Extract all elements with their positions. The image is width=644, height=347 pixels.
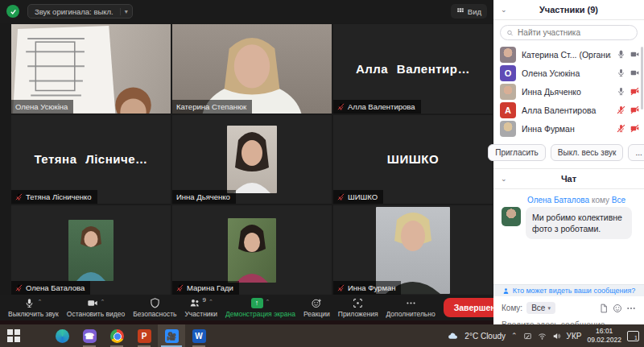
participants-title: Участники (9) (493, 5, 644, 14)
apps-button[interactable]: Приложения (338, 298, 378, 318)
mic-icon[interactable] (617, 87, 625, 96)
clock[interactable]: 16:01 09.02.2022 (587, 327, 621, 344)
more-button[interactable]: Дополнительно (386, 298, 436, 318)
security-button[interactable]: Безопасность (133, 298, 176, 318)
smiley-icon (311, 298, 322, 308)
speaker-icon[interactable] (552, 332, 561, 341)
person-icon (502, 287, 510, 295)
weather-text[interactable]: 2°C Cloudy (464, 332, 506, 341)
participant-name-tag: Тетяна Лісниченко (11, 190, 97, 204)
mic-muted-icon[interactable] (617, 124, 625, 133)
chat-privacy-note[interactable]: Кто может видеть ваши сообщения? (493, 284, 644, 296)
to-label: Кому: (502, 304, 522, 312)
chevron-up-icon[interactable]: ⌃ (101, 298, 105, 306)
chat-header[interactable]: ⌄ Чат (493, 169, 644, 189)
participants-scrollbar[interactable] (641, 47, 643, 109)
chevron-up-icon[interactable]: ⌃ (266, 298, 270, 306)
desktop: Звук оригинала: выкл. ▾ Вид (0, 0, 644, 347)
person-silhouette (228, 218, 276, 283)
taskbar-chrome[interactable] (103, 324, 130, 347)
video-tile-katerina-stepaniuk[interactable]: Катерина Степанюк (172, 24, 332, 114)
participants-list: Катерина Ст... (Организатор, я) O Олена … (493, 43, 644, 138)
mic-muted-icon[interactable] (617, 105, 625, 114)
stop-video-button[interactable]: ⌃ Остановить видео (67, 298, 125, 318)
camera-off-icon[interactable] (630, 105, 639, 114)
camera-off-icon[interactable] (630, 87, 639, 96)
weather-cloud-icon[interactable] (447, 331, 459, 341)
video-tile-olena-usiukina[interactable]: Олена Усюкіна (11, 24, 171, 114)
participant-row[interactable]: O Олена Усюкіна (500, 64, 639, 82)
video-tile-inna-furman[interactable]: Инна Фурман (333, 205, 493, 295)
pen-tablet-icon[interactable] (523, 332, 532, 341)
camera-off-icon[interactable] (630, 124, 639, 133)
video-tile-shyshko[interactable]: ШИШКО ШИШКО (333, 115, 493, 204)
mic-icon[interactable] (617, 68, 625, 77)
view-button[interactable]: Вид (451, 4, 487, 19)
muted-mic-icon (337, 103, 345, 110)
camera-icon[interactable] (630, 50, 639, 59)
participants-button[interactable]: 9⌃ Участники (184, 298, 217, 318)
chevron-up-icon[interactable]: ⌃ (208, 298, 213, 306)
message-recipient[interactable]: Все (612, 196, 625, 204)
chevron-down-icon[interactable]: ⌄ (501, 175, 507, 183)
taskbar-word[interactable]: W (185, 324, 213, 347)
video-tile-olena-batalova[interactable]: Олена Баталова (11, 205, 171, 295)
encryption-shield-icon[interactable] (6, 5, 19, 18)
participant-name-tag: Инна Фурман (333, 281, 401, 295)
share-screen-button[interactable]: ↑⌃ Демонстрация экрана (225, 298, 295, 318)
windows-logo-icon (7, 329, 20, 342)
start-button[interactable] (0, 324, 27, 347)
profile-photo (228, 218, 276, 283)
network-icon[interactable] (538, 332, 547, 341)
apps-icon (353, 298, 363, 308)
mute-button[interactable]: ⌃ Выключить звук (8, 298, 59, 318)
notification-center-icon[interactable]: 1 (627, 331, 639, 341)
original-sound-button[interactable]: Звук оригинала: выкл. ▾ (27, 4, 133, 19)
participants-header[interactable]: ⌄ Участники (9) (493, 0, 644, 20)
chat-title: Чат (493, 174, 644, 184)
participant-name-tag: Катерина Степанюк (172, 100, 252, 114)
participant-row[interactable]: A Алла Валентирова (500, 101, 639, 119)
reactions-button[interactable]: Реакции (303, 298, 330, 318)
taskbar-edge[interactable] (48, 324, 76, 347)
chrome-icon (110, 329, 124, 343)
zoom-meeting-window: Звук оригинала: выкл. ▾ Вид (0, 0, 493, 324)
participant-row[interactable]: Катерина Ст... (Организатор, я) (500, 45, 639, 64)
search-input[interactable] (518, 28, 631, 37)
recipient-select[interactable]: Все ▾ (526, 302, 555, 314)
message-avatar (502, 207, 521, 226)
avatar (500, 121, 516, 137)
more-icon[interactable] (626, 304, 636, 313)
time: 16:01 (587, 327, 621, 336)
shield-icon (150, 298, 160, 308)
participant-name-tag: Олена Усюкіна (11, 100, 73, 114)
invite-button[interactable]: Пригласить (488, 144, 546, 161)
profile-photo (227, 126, 277, 193)
meeting-sidebar: ⌄ Участники (9) Катерина Ст... (Организа… (493, 0, 644, 324)
participant-search (493, 20, 644, 43)
participant-row[interactable]: Инна Фурман (500, 119, 639, 138)
message-sender[interactable]: Олена Баталова (527, 196, 589, 204)
language-indicator[interactable]: УКР (567, 332, 582, 341)
chevron-down-icon[interactable]: ▾ (120, 8, 132, 15)
taskbar-viber[interactable]: ☎ (76, 324, 103, 347)
participant-row[interactable]: Инна Дьяченко (500, 82, 639, 101)
camera-icon[interactable] (630, 68, 639, 77)
taskbar-zoom[interactable]: 🎥 (158, 324, 185, 347)
taskbar-powerpoint[interactable]: P (130, 324, 158, 347)
video-tile-tetiana-lisnichenko[interactable]: Тетяна Лісниче… Тетяна Лісниченко (11, 115, 171, 204)
chat-message: Олена Баталова кому Все Ми робимо колект… (493, 189, 644, 239)
hidden-icons-chevron[interactable]: ⌃ (511, 332, 518, 340)
video-tile-inna-diachenko[interactable]: Инна Дьяченко (172, 115, 332, 204)
meeting-topbar: Звук оригинала: выкл. ▾ Вид (0, 0, 493, 23)
mute-all-button[interactable]: Выкл. весь звук (551, 144, 624, 161)
attach-file-icon[interactable] (599, 304, 609, 313)
video-tile-maryna-hady[interactable]: Марина Гади (172, 205, 332, 295)
profile-photo (68, 220, 114, 281)
more-options-button[interactable]: ... (628, 144, 644, 161)
video-tile-alla-valentyrova[interactable]: Алла Валентир… Алла Валентирова (333, 24, 493, 114)
mic-icon[interactable] (617, 50, 625, 59)
chevron-down-icon[interactable]: ⌄ (501, 6, 507, 14)
emoji-icon[interactable] (613, 304, 622, 313)
chevron-up-icon[interactable]: ⌃ (37, 298, 42, 306)
